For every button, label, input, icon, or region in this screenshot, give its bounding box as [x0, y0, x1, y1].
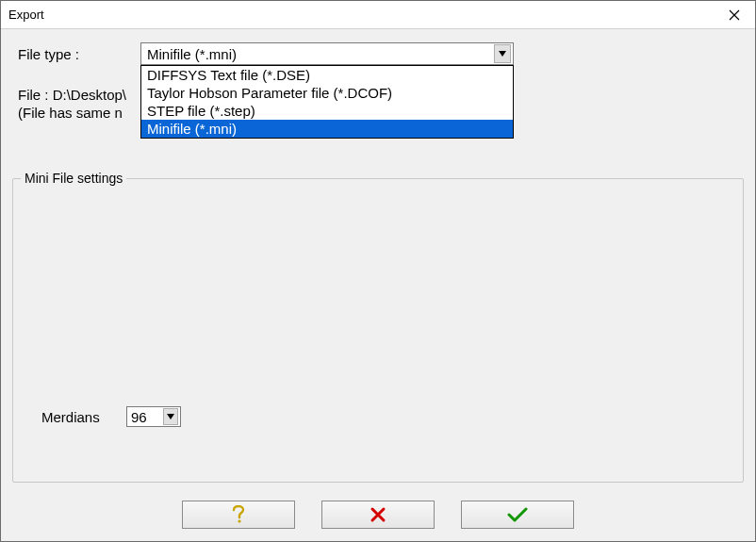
cancel-icon — [370, 506, 386, 523]
ok-icon — [507, 507, 528, 522]
filetype-dropdown[interactable]: DIFFSYS Text file (*.DSE) Taylor Hobson … — [140, 65, 514, 139]
close-button[interactable] — [713, 1, 755, 29]
filetype-label: File type : — [18, 46, 140, 62]
svg-point-0 — [238, 519, 240, 522]
help-button[interactable] — [182, 501, 295, 529]
groupbox-title: Mini File settings — [21, 171, 126, 186]
export-dialog: Export File type : Minifile (*.mni) DIFF… — [0, 0, 756, 542]
filetype-combo-wrapper: Minifile (*.mni) DIFFSYS Text file (*.DS… — [140, 42, 514, 65]
titlebar: Export — [1, 1, 755, 29]
chevron-down-icon — [499, 51, 506, 57]
ok-button[interactable] — [461, 501, 574, 529]
combobox-arrow-button[interactable] — [163, 408, 178, 425]
button-bar — [1, 488, 755, 541]
filetype-combobox[interactable]: Minifile (*.mni) — [140, 42, 514, 65]
cancel-button[interactable] — [321, 501, 435, 529]
window-title: Export — [8, 8, 44, 22]
combobox-arrow-button[interactable] — [494, 44, 511, 63]
filetype-selected-text: Minifile (*.mni) — [147, 46, 237, 62]
meridians-row: Merdians 96 — [41, 406, 181, 427]
filetype-option[interactable]: DIFFSYS Text file (*.DSE) — [141, 66, 513, 84]
meridians-value: 96 — [131, 409, 147, 425]
filetype-option[interactable]: Taylor Hobson Parameter file (*.DCOF) — [141, 84, 513, 102]
content-area: File type : Minifile (*.mni) DIFFSYS Tex… — [1, 29, 755, 488]
meridians-combobox[interactable]: 96 — [126, 406, 181, 427]
meridians-label: Merdians — [41, 409, 126, 425]
minifile-settings-group: Mini File settings Merdians 96 — [12, 178, 744, 483]
close-icon — [729, 9, 740, 21]
filetype-option[interactable]: Minifile (*.mni) — [141, 120, 513, 138]
filetype-row: File type : Minifile (*.mni) DIFFSYS Tex… — [18, 42, 738, 65]
help-icon — [232, 505, 245, 524]
filetype-option[interactable]: STEP file (*.step) — [141, 102, 513, 120]
chevron-down-icon — [167, 414, 174, 419]
